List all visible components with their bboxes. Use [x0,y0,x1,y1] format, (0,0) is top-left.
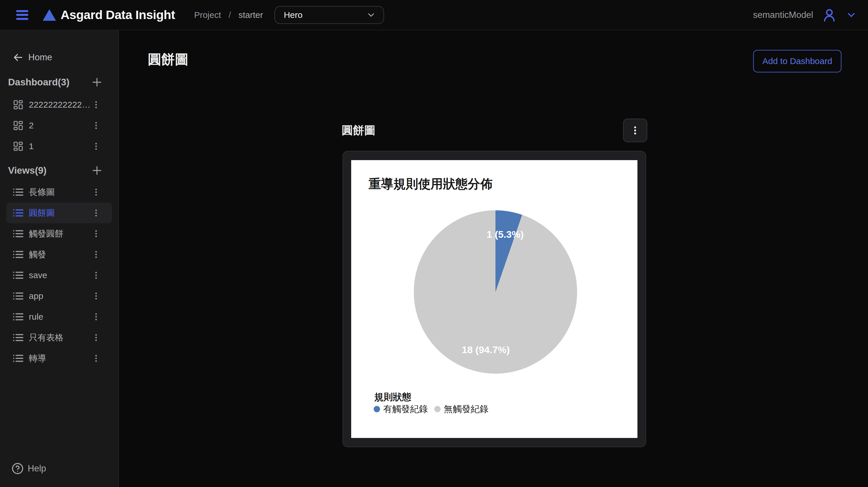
view-item-label: 觸發 [29,249,46,261]
chart-legend: 有觸發紀錄 無觸發紀錄 [374,403,489,415]
hamburger-icon [16,10,28,12]
add-view-button[interactable] [91,165,103,176]
top-navbar: Asgard Data Insight Project / starter He… [0,0,868,30]
sidebar-item-view[interactable]: 觸發圓餅 [0,223,118,244]
chart-kebab-menu-button[interactable] [623,119,647,142]
breadcrumb-project[interactable]: Project [194,10,221,20]
legend-item[interactable]: 無觸發紀錄 [434,403,489,415]
dashboard-item-label: 2 [29,121,34,130]
list-icon [13,333,24,343]
chart-card: 重導規則使用狀態分佈 1 (5.3%) 18 (94.7%) 規則狀態 有觸發紀… [343,151,646,447]
dashboard-item-label: 1 [29,141,34,151]
legend-item[interactable]: 有觸發紀錄 [374,403,428,415]
navbar-right: semanticModel [753,7,857,23]
list-icon [13,187,24,197]
app-logo-triangle-icon [43,9,56,21]
kebab-menu-icon[interactable] [92,333,100,342]
sidebar-item-view[interactable]: 觸發 [0,244,118,265]
kebab-menu-icon[interactable] [92,208,100,217]
add-dashboard-button[interactable] [91,76,103,88]
sidebar-item-view-active[interactable]: 圓餅圖 [6,202,112,223]
breadcrumb: Project / starter [194,10,263,20]
sidebar-item-dashboard[interactable]: 1 [0,136,118,157]
list-icon [13,291,24,301]
hamburger-icon [16,14,28,16]
sidebar-item-view[interactable]: app [0,286,118,306]
pie-slice-label: 1 (5.3%) [487,229,524,240]
dashboard-grid-icon [13,99,24,110]
view-item-label: 圓餅圖 [29,207,55,219]
arrow-left-icon [13,52,23,63]
semantic-model-label: semanticModel [753,10,813,20]
help-button[interactable]: Help [0,462,118,476]
kebab-menu-icon[interactable] [92,250,100,259]
page-title: 圓餅圖 [148,51,188,69]
pie-slice-label: 18 (94.7%) [462,344,509,355]
view-item-label: 只有表格 [29,332,63,344]
sidebar-item-view[interactable]: 轉導 [0,348,118,369]
chevron-down-icon [366,10,376,20]
view-item-label: app [29,291,43,301]
help-label: Help [28,463,46,474]
list-icon [13,250,24,259]
view-item-label: save [29,270,47,280]
chart-section-label: 圓餅圖 [342,123,375,138]
dashboard-grid-icon [13,120,24,131]
sidebar-item-view[interactable]: 只有表格 [0,327,118,348]
legend-dot [374,406,380,412]
sidebar-item-view[interactable]: rule [0,306,118,327]
kebab-menu-icon[interactable] [92,229,100,238]
home-button[interactable]: Home [0,51,118,64]
chart-title: 重導規則使用狀態分佈 [369,176,493,192]
kebab-menu-icon[interactable] [92,142,100,151]
dashboard-section-header: Dashboard(3) [0,76,118,89]
dashboard-grid-icon [13,141,24,152]
menu-button[interactable] [16,10,28,20]
view-item-label: 觸發圓餅 [29,228,63,240]
kebab-menu-icon[interactable] [92,100,100,109]
legend-dot [434,406,441,412]
kebab-menu-icon[interactable] [92,188,100,196]
list-icon [13,353,24,363]
kebab-menu-icon[interactable] [92,271,100,280]
legend-title: 規則狀態 [374,391,411,403]
breadcrumb-project-name[interactable]: starter [238,10,263,20]
kebab-menu-icon[interactable] [92,354,100,363]
kebab-menu-icon[interactable] [92,292,100,300]
kebab-menu-icon [630,126,640,135]
dashboard-item-label: 22222222222222222222 [29,100,92,110]
user-icon[interactable] [822,7,837,23]
legend-item-label: 有觸發紀錄 [383,403,428,415]
help-circle-icon [11,462,24,475]
kebab-menu-icon[interactable] [92,313,100,321]
main-content: 圓餅圖 Add to Dashboard 圓餅圖 重導規則使用狀態分佈 1 (5… [119,30,868,487]
hamburger-icon [16,18,28,20]
list-icon [13,312,24,322]
sidebar-item-view[interactable]: save [0,265,118,286]
hero-select-value: Hero [284,10,366,20]
sidebar: Home Dashboard(3) 22222222222222222222 [0,30,119,487]
list-icon [13,270,24,280]
kebab-menu-icon[interactable] [92,121,100,130]
view-item-label: 轉導 [29,353,46,364]
hero-select[interactable]: Hero [274,6,384,24]
app-title: Asgard Data Insight [61,8,175,22]
add-to-dashboard-button[interactable]: Add to Dashboard [753,50,841,72]
chart-canvas: 重導規則使用狀態分佈 1 (5.3%) 18 (94.7%) 規則狀態 有觸發紀… [351,160,638,438]
home-label: Home [28,52,52,63]
views-section-header: Views(9) [0,164,118,177]
list-icon [13,229,24,238]
views-header-label: Views(9) [8,165,46,176]
list-icon [13,208,24,218]
sidebar-item-dashboard[interactable]: 2 [0,115,118,136]
user-menu-chevron-down-icon[interactable] [845,9,857,21]
dashboard-header-label: Dashboard(3) [8,77,69,88]
view-item-label: rule [29,312,43,322]
breadcrumb-separator: / [228,10,231,20]
sidebar-item-dashboard[interactable]: 22222222222222222222 [0,94,118,115]
view-item-label: 長條圖 [29,186,55,198]
legend-item-label: 無觸發紀錄 [444,403,489,415]
pie-chart[interactable]: 1 (5.3%) 18 (94.7%) [414,210,577,374]
sidebar-item-view[interactable]: 長條圖 [0,182,118,202]
